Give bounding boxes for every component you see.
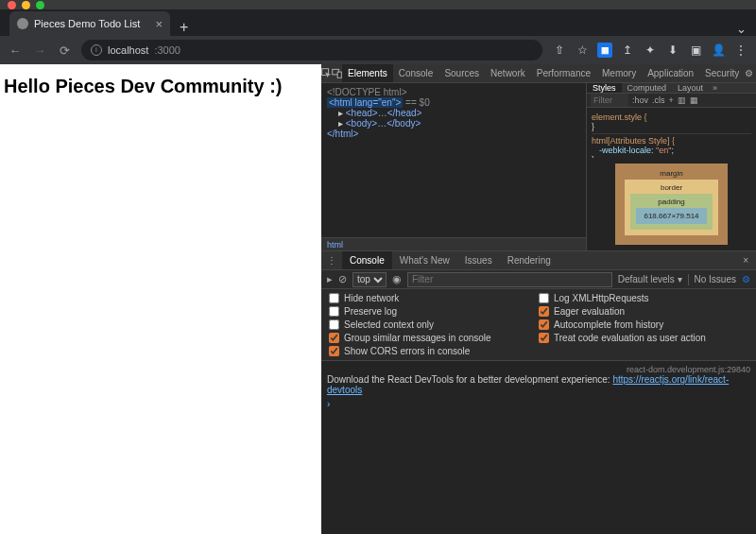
- styles-filter-input[interactable]: [591, 94, 628, 107]
- drawer-tab-console[interactable]: Console: [342, 251, 392, 269]
- console-setting-checkbox[interactable]: Treat code evaluation as user action: [539, 333, 748, 343]
- window-min-dot[interactable]: [22, 1, 30, 9]
- hov-toggle[interactable]: :hov: [632, 95, 648, 105]
- log-source[interactable]: react-dom.development.js:29840: [627, 365, 750, 374]
- flex-icon[interactable]: ▦: [690, 95, 698, 105]
- chevron-down-icon[interactable]: ⌄: [727, 22, 756, 36]
- tab-security[interactable]: Security: [699, 64, 745, 82]
- window-icon[interactable]: ▣: [688, 43, 703, 58]
- checkbox[interactable]: [329, 346, 339, 356]
- add-rule-icon[interactable]: +: [669, 95, 674, 105]
- tab-styles[interactable]: Styles: [587, 83, 622, 93]
- css-rules[interactable]: element.style {} html[Attributes Style] …: [587, 108, 756, 158]
- tab-application[interactable]: Application: [642, 64, 699, 82]
- issues-chip[interactable]: No Issues: [695, 274, 736, 284]
- tab-close-icon[interactable]: ×: [155, 17, 163, 31]
- star-icon[interactable]: ☆: [575, 43, 590, 58]
- console-setting-checkbox[interactable]: Eager evaluation: [539, 306, 748, 317]
- tab-sources[interactable]: Sources: [438, 64, 485, 82]
- tab-title: Pieces Demo Todo List: [34, 18, 140, 29]
- box-model[interactable]: margin border padding 618.667×79.514: [587, 158, 756, 250]
- url-port: :3000: [154, 44, 180, 56]
- styles-sidebar: Styles Computed Layout » :hov .cls + ▥ ▦…: [586, 83, 756, 250]
- dom-tree[interactable]: <!DOCTYPE html> <html lang="en"> == $0 ▸…: [321, 83, 586, 237]
- reload-button[interactable]: ⟳: [57, 43, 72, 58]
- checkbox-label: Selected context only: [344, 319, 434, 330]
- tab-layout[interactable]: Layout: [672, 83, 709, 93]
- cls-toggle[interactable]: .cls: [652, 95, 665, 105]
- checkbox[interactable]: [539, 319, 549, 330]
- tab-computed[interactable]: Computed: [622, 83, 673, 93]
- clear-console-icon[interactable]: ⊘: [338, 273, 347, 285]
- checkbox[interactable]: [329, 293, 339, 303]
- checkbox-label: Eager evaluation: [554, 306, 625, 317]
- page-heading: Hello Pieces Dev Community :): [4, 76, 318, 97]
- dom-html-line[interactable]: <html lang="en"> == $0: [327, 97, 580, 108]
- titlebar: [0, 0, 756, 9]
- device-icon[interactable]: [332, 68, 342, 78]
- devtools-main: <!DOCTYPE html> <html lang="en"> == $0 ▸…: [321, 83, 756, 250]
- upload-icon[interactable]: ↥: [620, 43, 635, 58]
- checkbox[interactable]: [329, 333, 339, 343]
- extension-icon[interactable]: ▦: [597, 43, 612, 58]
- kebab-icon[interactable]: ⋮: [733, 43, 748, 58]
- console-setting-checkbox[interactable]: Preserve log: [329, 306, 539, 317]
- gear-icon[interactable]: ⚙: [745, 68, 753, 78]
- tab-memory[interactable]: Memory: [596, 64, 642, 82]
- console-setting-checkbox[interactable]: Selected context only: [329, 319, 539, 330]
- checkbox[interactable]: [539, 293, 549, 303]
- devtools-panel: Elements Console Sources Network Perform…: [321, 64, 756, 534]
- dom-html-close: </html>: [327, 129, 580, 139]
- console-filter-input[interactable]: [407, 272, 612, 287]
- inspect-icon[interactable]: [321, 68, 332, 78]
- console-setting-checkbox[interactable]: Group similar messages in console: [329, 333, 539, 343]
- breadcrumb[interactable]: html: [321, 237, 586, 250]
- browser-tab[interactable]: Pieces Demo Todo List ×: [9, 11, 170, 36]
- drawer-tab-rendering[interactable]: Rendering: [500, 251, 558, 269]
- console-setting-checkbox[interactable]: Log XMLHttpRequests: [539, 293, 748, 303]
- computed-icon[interactable]: ▥: [678, 95, 686, 105]
- info-icon[interactable]: i: [91, 44, 102, 56]
- tab-elements[interactable]: Elements: [342, 64, 393, 82]
- profile-icon[interactable]: 👤: [711, 43, 726, 58]
- tab-network[interactable]: Network: [485, 64, 531, 82]
- window-max-dot[interactable]: [36, 1, 44, 9]
- console-gear-icon[interactable]: ⚙: [742, 274, 750, 284]
- dom-head[interactable]: ▸ <head>…</head>: [327, 108, 580, 118]
- drawer-tab-issues[interactable]: Issues: [457, 251, 500, 269]
- download-icon[interactable]: ⬇: [665, 43, 680, 58]
- checkbox[interactable]: [539, 333, 549, 343]
- drawer-kebab-icon[interactable]: ⋮: [321, 255, 342, 266]
- tab-console[interactable]: Console: [393, 64, 439, 82]
- levels-dropdown[interactable]: Default levels ▾: [618, 274, 682, 284]
- console-prompt[interactable]: ›: [327, 395, 750, 409]
- eye-icon[interactable]: ◉: [392, 273, 402, 285]
- checkbox[interactable]: [329, 306, 339, 317]
- checkbox[interactable]: [539, 306, 549, 317]
- share-icon[interactable]: ⇧: [552, 43, 567, 58]
- log-message: Download the React DevTools for a better…: [327, 374, 750, 395]
- dom-body[interactable]: ▸ <body>…</body>: [327, 118, 580, 129]
- puzzle-icon[interactable]: ✦: [643, 43, 658, 58]
- console-output[interactable]: react-dom.development.js:29840 Download …: [321, 361, 756, 534]
- page-viewport: Hello Pieces Dev Community :): [0, 64, 321, 534]
- window-close-dot[interactable]: [8, 1, 16, 9]
- devtools-tab-strip: Elements Console Sources Network Perform…: [321, 64, 756, 83]
- console-setting-checkbox[interactable]: Autocomplete from history: [539, 319, 748, 330]
- back-button[interactable]: ←: [8, 43, 23, 58]
- address-bar[interactable]: i localhost:3000: [81, 40, 542, 60]
- chevron-right-icon[interactable]: »: [709, 83, 721, 93]
- checkbox[interactable]: [329, 319, 339, 330]
- tab-performance[interactable]: Performance: [531, 64, 596, 82]
- favicon: [17, 18, 28, 29]
- console-toolbar: ▸ ⊘ top ◉ Default levels ▾ No Issues ⚙: [321, 270, 756, 289]
- forward-button[interactable]: →: [32, 43, 47, 58]
- console-setting-checkbox[interactable]: Show CORS errors in console: [329, 346, 539, 356]
- new-tab-button[interactable]: +: [170, 19, 198, 36]
- sidebar-toggle-icon[interactable]: ▸: [327, 273, 333, 285]
- console-setting-checkbox[interactable]: Hide network: [329, 293, 539, 303]
- drawer-close-icon[interactable]: ×: [735, 255, 756, 266]
- box-content: 618.667×79.514: [636, 208, 706, 224]
- context-selector[interactable]: top: [352, 272, 387, 287]
- drawer-tab-whatsnew[interactable]: What's New: [392, 251, 457, 269]
